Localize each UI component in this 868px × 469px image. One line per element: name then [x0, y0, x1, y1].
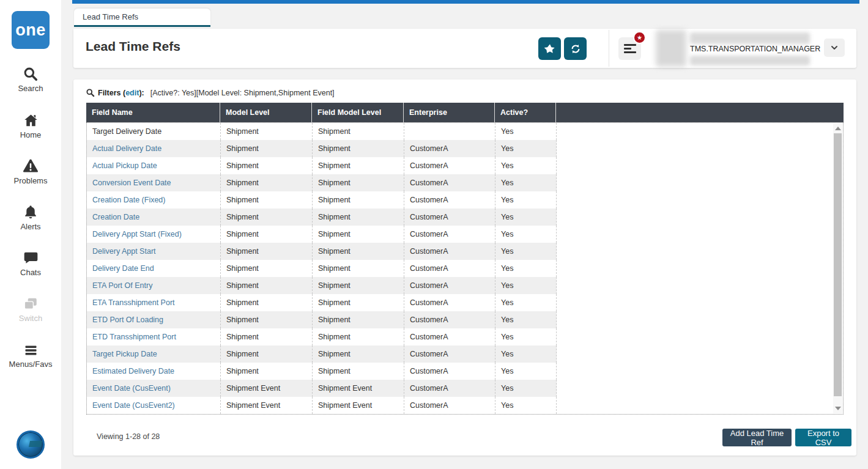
scroll-up-icon[interactable] — [835, 127, 841, 130]
field-name-link[interactable]: Event Date (CusEvent) — [87, 380, 221, 397]
table-cell: CustomerA — [404, 277, 495, 294]
row-filler — [557, 174, 843, 191]
table-cell: CustomerA — [404, 226, 495, 243]
sidebar-label: Switch — [0, 314, 61, 323]
table-cell: Shipment — [221, 311, 313, 328]
sidebar-item-home[interactable]: Home — [0, 111, 61, 139]
field-name-link[interactable]: ETD Port Of Loading — [87, 311, 221, 328]
field-name-link[interactable]: Delivery Appt Start (Fixed) — [87, 226, 221, 243]
column-header-active[interactable]: Active? — [495, 103, 556, 122]
sidebar-item-menus-favs[interactable]: Menus/Favs — [0, 341, 61, 369]
row-filler — [557, 294, 843, 311]
table-row: ETD Port Of LoadingShipmentShipmentCusto… — [87, 311, 843, 328]
field-name-link[interactable]: Target Pickup Date — [87, 345, 221, 363]
field-name-link[interactable]: Delivery Appt Start — [87, 243, 221, 260]
table-cell: Yes — [495, 328, 557, 345]
lead-time-refs-panel: Filters (edit): [Active?: Yes][Model Lev… — [73, 79, 856, 456]
add-lead-time-ref-button[interactable]: Add Lead Time Ref — [722, 429, 792, 446]
viewing-status: Viewing 1-28 of 28 — [97, 432, 160, 441]
table-cell: Shipment — [313, 345, 404, 363]
table-cell: Shipment — [313, 226, 404, 243]
table-cell: CustomerA — [404, 140, 495, 157]
field-name-link[interactable]: Creation Date — [87, 209, 221, 226]
table-cell: Yes — [495, 140, 557, 157]
table-row: ETD Transshipment PortShipmentShipmentCu… — [87, 328, 843, 345]
field-name-link[interactable]: Creation Date (Fixed) — [87, 191, 221, 209]
table-row: Creation Date (Fixed)ShipmentShipmentCus… — [87, 191, 843, 209]
sidebar-label: Menus/Favs — [0, 360, 61, 369]
filter-search-icon — [86, 88, 95, 97]
user-name-redacted — [690, 32, 810, 44]
sidebar-item-alerts[interactable]: Alerts — [0, 203, 61, 231]
one-network-logo[interactable]: one — [12, 11, 50, 49]
logo-text: one — [15, 21, 46, 40]
table-cell: CustomerA — [404, 260, 495, 277]
table-row: Event Date (CusEvent2)Shipment EventShip… — [87, 397, 843, 414]
scroll-down-icon[interactable] — [835, 407, 841, 410]
sidebar: one Search Home Problems Alerts Chats — [0, 0, 61, 469]
favorites-badge: ★ — [633, 31, 646, 44]
row-filler — [557, 140, 843, 157]
table-cell: CustomerA — [404, 243, 495, 260]
field-name-link[interactable]: Actual Delivery Date — [87, 140, 221, 157]
column-header-field-name[interactable]: Field Name — [86, 103, 220, 122]
scrollbar-thumb[interactable] — [834, 133, 842, 396]
table-cell: Yes — [495, 277, 557, 294]
table-row: ETA Port Of EntryShipmentShipmentCustome… — [87, 277, 843, 294]
table-row: Delivery Date EndShipmentShipmentCustome… — [87, 260, 843, 277]
user-menu-button[interactable] — [824, 39, 845, 57]
table-scrollbar[interactable] — [833, 124, 842, 413]
sidebar-item-chats[interactable]: Chats — [0, 249, 61, 277]
table-cell: Yes — [495, 243, 557, 260]
tab-lead-time-refs[interactable]: Lead Time Refs — [74, 9, 210, 27]
sidebar-item-problems[interactable]: Problems — [0, 157, 61, 185]
table-cell: Shipment — [313, 260, 404, 277]
warning-icon — [0, 157, 61, 174]
bell-icon — [0, 203, 61, 220]
favorite-button[interactable] — [538, 37, 561, 60]
refresh-button[interactable] — [564, 37, 587, 60]
filters-edit-link[interactable]: edit — [125, 89, 139, 97]
field-name-link[interactable]: Delivery Date End — [87, 260, 221, 277]
table-cell: Shipment — [221, 243, 313, 260]
field-name-link[interactable]: Actual Pickup Date — [87, 157, 221, 174]
row-filler — [557, 243, 843, 260]
table-cell: Shipment — [313, 140, 404, 157]
sidebar-label: Alerts — [0, 222, 61, 231]
table-row: Actual Pickup DateShipmentShipmentCustom… — [87, 157, 843, 174]
star-badge-icon: ★ — [637, 34, 642, 41]
table-cell: Shipment — [313, 209, 404, 226]
table-cell: Shipment — [221, 191, 313, 209]
column-header-filler — [556, 103, 844, 122]
field-name-text: Target Delivery Date — [87, 123, 221, 140]
sidebar-item-search[interactable]: Search — [0, 65, 61, 93]
field-name-link[interactable]: Conversion Event Date — [87, 174, 221, 191]
row-filler — [557, 191, 843, 209]
tab-label: Lead Time Refs — [83, 12, 138, 21]
table-cell: CustomerA — [404, 380, 495, 397]
menu-icon — [0, 341, 61, 358]
chat-icon — [0, 249, 61, 266]
row-filler — [557, 277, 843, 294]
table-cell: Yes — [495, 174, 557, 191]
field-name-link[interactable]: ETA Port Of Entry — [87, 277, 221, 294]
assistant-avatar[interactable] — [17, 430, 45, 459]
field-name-link[interactable]: ETD Transshipment Port — [87, 328, 221, 345]
user-avatar[interactable] — [656, 30, 686, 67]
table-cell: CustomerA — [404, 397, 495, 414]
column-header-enterprise[interactable]: Enterprise — [404, 103, 495, 122]
row-filler — [557, 260, 843, 277]
export-to-csv-button[interactable]: Export to CSV — [795, 429, 851, 446]
row-filler — [557, 397, 843, 414]
table-cell: Shipment — [221, 363, 313, 380]
row-filler — [557, 345, 843, 363]
table-cell: Yes — [495, 311, 557, 328]
field-name-link[interactable]: ETA Transshipment Port — [87, 294, 221, 311]
table-cell: CustomerA — [404, 311, 495, 328]
column-header-field-model-level[interactable]: Field Model Level — [312, 103, 404, 122]
field-name-link[interactable]: Estimated Delivery Date — [87, 363, 221, 380]
table-row: Delivery Appt StartShipmentShipmentCusto… — [87, 243, 843, 260]
field-name-link[interactable]: Event Date (CusEvent2) — [87, 397, 221, 414]
table-cell: Yes — [495, 191, 557, 209]
column-header-model-level[interactable]: Model Level — [220, 103, 312, 122]
